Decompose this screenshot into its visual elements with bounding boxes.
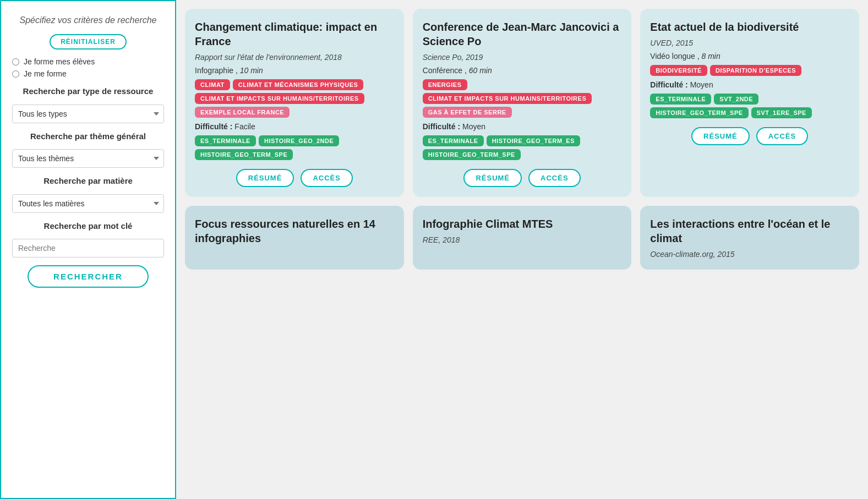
- sidebar: Spécifiez vos critères de recherche RÉIN…: [0, 0, 176, 499]
- card-3-acces-button[interactable]: ACCÈS: [756, 127, 809, 145]
- radio-moi-label: Je me forme: [24, 69, 67, 78]
- card-2-acces-button[interactable]: ACCÈS: [528, 169, 581, 187]
- card-1-resume-button[interactable]: RÉSUMÉ: [236, 169, 294, 187]
- card-2-levels: ES_TERMINALE HISTOIRE_GEO_TERM_ES HISTOI…: [423, 135, 622, 160]
- card-5: Infographie Climat MTES REE, 2018: [413, 206, 632, 270]
- level-svt-1ere-spe: SVT_1ERE_SPE: [751, 107, 812, 118]
- level-es-terminale-3: ES_TERMINALE: [650, 94, 711, 105]
- theme-select-wrapper: Tous les thèmes: [12, 149, 164, 168]
- radio-moi-input[interactable]: [12, 70, 19, 78]
- tag-impacts-2: CLIMAT ET IMPACTS SUR HUMAINS/TERRITOIRE…: [423, 93, 592, 104]
- card-2-difficulty: Difficulté : Moyen: [423, 122, 622, 131]
- level-histoire-geo-term-es: HISTOIRE_GEO_TERM_ES: [487, 135, 580, 146]
- card-3-levels: ES_TERMINALE SVT_2NDE HISTOIRE_GEO_TERM_…: [650, 94, 849, 118]
- card-2: Conference de Jean-Marc Jancovici a Scie…: [413, 9, 632, 197]
- card-4-title: Focus ressources naturelles en 14 infogr…: [195, 217, 394, 245]
- radio-eleves[interactable]: Je forme mes élèves: [12, 57, 164, 66]
- card-5-title: Infographie Climat MTES: [423, 217, 622, 231]
- card-1-acces-button[interactable]: ACCÈS: [301, 169, 353, 187]
- card-2-type: Conférence , 60 min: [423, 66, 622, 75]
- tag-exemple: EXEMPLE LOCAL FRANCE: [195, 107, 290, 118]
- level-histoire-geo-2nde: HISTOIRE_GEO_2NDE: [259, 135, 339, 146]
- tag-climat: CLIMAT: [195, 79, 230, 90]
- matiere-select-wrapper: Toutes les matières: [12, 194, 164, 213]
- card-1-subtitle: Rapport sur l'état de l'environnement, 2…: [195, 53, 394, 62]
- level-svt-2nde: SVT_2NDE: [714, 94, 758, 105]
- type-select[interactable]: Tous les types: [13, 105, 163, 123]
- card-1-difficulty: Difficulté : Facile: [195, 122, 394, 131]
- card-1: Changement climatique: impact en France …: [185, 9, 404, 197]
- card-2-tags: ENERGIES CLIMAT ET IMPACTS SUR HUMAINS/T…: [423, 79, 622, 118]
- rechercher-button[interactable]: RECHERCHER: [28, 265, 149, 288]
- tag-mecanismes: CLIMAT ET MÉCANISMES PHYSIQUES: [233, 79, 364, 90]
- radio-moi[interactable]: Je me forme: [12, 69, 164, 78]
- card-3-difficulty: Difficulté : Moyen: [650, 80, 849, 89]
- theme-section-title: Recherche par thème général: [12, 131, 164, 142]
- card-3-subtitle: UVED, 2015: [650, 39, 849, 47]
- level-es-terminale: ES_TERMINALE: [195, 135, 256, 146]
- type-section-title: Recherche par type de ressource: [12, 86, 164, 97]
- card-1-levels: ES_TERMINALE HISTOIRE_GEO_2NDE HISTOIRE_…: [195, 135, 394, 160]
- card-2-title: Conference de Jean-Marc Jancovici a Scie…: [423, 20, 622, 48]
- matiere-section-title: Recherche par matière: [12, 176, 164, 187]
- card-3: Etat actuel de la biodiversité UVED, 201…: [640, 9, 859, 197]
- tag-biodiversite: BIODIVERSITÉ: [650, 65, 707, 76]
- audience-radio-group: Je forme mes élèves Je me forme: [12, 57, 164, 78]
- card-1-actions: RÉSUMÉ ACCÈS: [195, 169, 394, 187]
- card-3-resume-button[interactable]: RÉSUMÉ: [691, 127, 750, 145]
- card-3-title: Etat actuel de la biodiversité: [650, 20, 849, 34]
- radio-eleves-label: Je forme mes élèves: [24, 57, 95, 66]
- tag-energies: ENERGIES: [423, 79, 467, 90]
- card-3-tags: BIODIVERSITÉ DISPARITION D'ESPECES: [650, 65, 849, 76]
- card-3-type: Vidéo longue , 8 min: [650, 52, 849, 61]
- main-content: Changement climatique: impact en France …: [176, 0, 868, 499]
- type-select-wrapper: Tous les types: [12, 105, 164, 123]
- theme-select[interactable]: Tous les thèmes: [13, 150, 163, 167]
- level-histoire-geo-term-spe: HISTOIRE_GEO_TERM_SPE: [195, 149, 293, 160]
- level-es-terminale-2: ES_TERMINALE: [423, 135, 484, 146]
- card-6-subtitle: Ocean-climate.org, 2015: [650, 250, 849, 259]
- card-1-tags: CLIMAT CLIMAT ET MÉCANISMES PHYSIQUES CL…: [195, 79, 394, 118]
- card-2-resume-button[interactable]: RÉSUMÉ: [463, 169, 522, 187]
- card-3-actions: RÉSUMÉ ACCÈS: [650, 127, 849, 145]
- level-histoire-geo-term-spe-2: HISTOIRE_GEO_TERM_SPE: [423, 149, 521, 160]
- card-2-actions: RÉSUMÉ ACCÈS: [423, 169, 622, 187]
- reinitialiser-button[interactable]: RÉINITIALISER: [50, 34, 127, 50]
- card-6-title: Les interactions entre l'océan et le cli…: [650, 217, 849, 245]
- card-1-type: Infographie , 10 min: [195, 66, 394, 75]
- keyword-section-title: Recherche par mot clé: [12, 221, 164, 232]
- card-4: Focus ressources naturelles en 14 infogr…: [185, 206, 404, 270]
- sidebar-title: Spécifiez vos critères de recherche: [12, 14, 164, 26]
- card-5-subtitle: REE, 2018: [423, 235, 622, 244]
- radio-eleves-input[interactable]: [12, 58, 19, 65]
- level-histoire-geo-term-spe-3: HISTOIRE_GEO_TERM_SPE: [650, 107, 748, 118]
- tag-impacts: CLIMAT ET IMPACTS SUR HUMAINS/TERRITOIRE…: [195, 93, 364, 104]
- tag-disparition: DISPARITION D'ESPECES: [710, 65, 801, 76]
- card-1-title: Changement climatique: impact en France: [195, 20, 394, 48]
- tag-gas: GAS À EFFET DE SERRE: [423, 107, 512, 118]
- card-6: Les interactions entre l'océan et le cli…: [640, 206, 859, 270]
- keyword-input[interactable]: [12, 239, 164, 257]
- card-2-subtitle: Science Po, 2019: [423, 53, 622, 62]
- matiere-select[interactable]: Toutes les matières: [13, 195, 163, 212]
